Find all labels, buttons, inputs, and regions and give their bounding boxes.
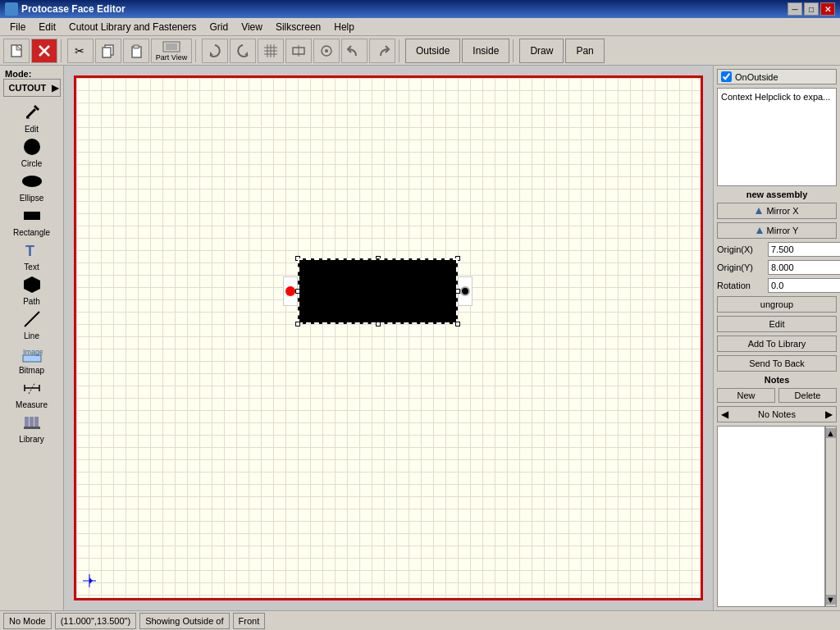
- notes-delete-button[interactable]: Delete: [778, 388, 837, 403]
- tool-measure[interactable]: Measure: [6, 376, 58, 410]
- redo-button[interactable]: [369, 39, 395, 63]
- tool-text[interactable]: T Text: [6, 238, 58, 272]
- menu-edit[interactable]: Edit: [32, 20, 62, 34]
- tool-rectangle-label: Rectangle: [13, 228, 50, 237]
- status-coords: (11.000",13.500"): [55, 613, 136, 629]
- rotation-input[interactable]: [768, 278, 840, 293]
- svg-rect-42: [24, 427, 40, 429]
- circle-right: [460, 286, 470, 296]
- tool-bitmap[interactable]: Image Bitmap: [6, 341, 58, 376]
- handle-bl[interactable]: [295, 322, 300, 326]
- ungroup-button[interactable]: ungroup: [717, 296, 837, 313]
- origin-x-label: Origin(X): [717, 244, 765, 254]
- svg-text:T: T: [25, 243, 34, 259]
- left-sidebar: Mode: CUTOUT ▶ Edit Circle Ell: [0, 66, 64, 610]
- cutout-mode-tag[interactable]: CUTOUT ▶: [3, 79, 61, 97]
- handle-mr[interactable]: [455, 289, 460, 294]
- tool-edit[interactable]: Edit: [6, 100, 58, 135]
- titlebar-controls: ─ □ ✕: [788, 2, 835, 16]
- mode-label: Mode:: [0, 69, 63, 79]
- toolbar-sep-3: [399, 39, 402, 62]
- app-icon: [5, 2, 18, 16]
- svg-rect-8: [134, 45, 139, 48]
- tool-measure-label: Measure: [16, 400, 48, 409]
- scrollbar-down[interactable]: ▼: [826, 595, 836, 605]
- mirror-y-button[interactable]: Mirror Y: [717, 222, 837, 239]
- grid-button[interactable]: [258, 39, 284, 63]
- notes-next-button[interactable]: ▶: [825, 409, 833, 420]
- menu-help[interactable]: Help: [327, 20, 361, 34]
- on-outside-label: OnOutside: [735, 72, 778, 82]
- origin-x-row: Origin(X): [717, 242, 837, 257]
- handle-bm[interactable]: [376, 322, 381, 326]
- canvas-area[interactable]: [64, 66, 713, 610]
- maximize-button[interactable]: □: [804, 2, 819, 16]
- svg-marker-12: [244, 52, 248, 55]
- svg-marker-47: [756, 227, 763, 234]
- snap-size-button[interactable]: [285, 39, 312, 63]
- new-button[interactable]: [3, 39, 30, 63]
- pan-button[interactable]: Pan: [565, 39, 604, 63]
- copy-button[interactable]: [95, 39, 121, 63]
- notes-scrollbar[interactable]: ▲ ▼: [825, 426, 837, 607]
- svg-marker-46: [756, 208, 762, 214]
- handle-br[interactable]: [455, 322, 460, 326]
- tool-path-label: Path: [23, 297, 40, 306]
- cut-button[interactable]: ✂: [67, 39, 94, 63]
- tool-circle[interactable]: Circle: [6, 135, 58, 169]
- svg-line-31: [25, 312, 39, 326]
- menu-grid[interactable]: Grid: [203, 20, 235, 34]
- tool-library-label: Library: [19, 435, 44, 444]
- toolbar-sep-1: [61, 39, 64, 62]
- draw-button[interactable]: Draw: [519, 39, 564, 63]
- send-to-back-button[interactable]: Send To Back: [717, 355, 837, 372]
- menu-silkscreen[interactable]: Silkscreen: [269, 20, 327, 34]
- handle-ml[interactable]: [295, 289, 300, 294]
- component[interactable]: [298, 258, 458, 324]
- svg-point-22: [325, 49, 328, 52]
- tool-ellipse[interactable]: Ellipse: [6, 169, 58, 203]
- notes-prev-button[interactable]: ◀: [721, 409, 728, 420]
- svg-rect-41: [34, 417, 39, 428]
- main-area: Mode: CUTOUT ▶ Edit Circle Ell: [0, 66, 840, 610]
- svg-marker-23: [26, 108, 36, 118]
- circle-left: [285, 286, 295, 296]
- svg-rect-39: [25, 417, 29, 428]
- titlebar: Protocase Face Editor ─ □ ✕: [0, 0, 840, 18]
- tool-bitmap-label: Bitmap: [19, 366, 44, 375]
- menu-cutout-library[interactable]: Cutout Library and Fasteners: [62, 20, 203, 34]
- tool-path[interactable]: Path: [6, 272, 58, 307]
- edit-button[interactable]: Edit: [717, 316, 837, 332]
- origin-y-input[interactable]: [768, 260, 840, 275]
- minimize-button[interactable]: ─: [788, 2, 802, 16]
- outside-button[interactable]: Outside: [405, 39, 460, 63]
- menu-file[interactable]: File: [3, 20, 32, 34]
- close-button[interactable]: ✕: [820, 2, 835, 16]
- right-panel: OnOutside Context Helpclick to expa... n…: [713, 66, 840, 610]
- tool-line[interactable]: Line: [6, 307, 58, 341]
- scrollbar-up[interactable]: ▲: [826, 428, 836, 438]
- on-outside-checkbox[interactable]: [721, 71, 732, 82]
- rotate-button[interactable]: [202, 39, 228, 63]
- tool-rectangle[interactable]: Rectangle: [6, 203, 58, 238]
- snap-button[interactable]: [313, 39, 340, 63]
- mirror-x-button[interactable]: Mirror X: [717, 203, 837, 219]
- context-help[interactable]: Context Helpclick to expa...: [717, 88, 837, 186]
- origin-x-input[interactable]: [768, 242, 840, 257]
- svg-rect-28: [24, 212, 40, 220]
- tool-library[interactable]: Library: [6, 410, 58, 445]
- paste-button[interactable]: [123, 39, 149, 63]
- inside-button[interactable]: Inside: [462, 39, 509, 63]
- menu-view[interactable]: View: [235, 20, 269, 34]
- undo-button[interactable]: [341, 39, 368, 63]
- notes-new-button[interactable]: New: [717, 388, 775, 403]
- part-view-button[interactable]: Part View: [151, 39, 192, 63]
- toolbar: ✂ Part View Outside Inside: [0, 36, 840, 66]
- flip-button[interactable]: [230, 39, 256, 63]
- notes-textarea[interactable]: [717, 426, 825, 607]
- component-body: [298, 258, 458, 324]
- delete-button[interactable]: [31, 39, 57, 63]
- svg-marker-30: [24, 276, 40, 293]
- add-to-library-button[interactable]: Add To Library: [717, 336, 837, 352]
- notes-area: ▲ ▼: [717, 426, 837, 607]
